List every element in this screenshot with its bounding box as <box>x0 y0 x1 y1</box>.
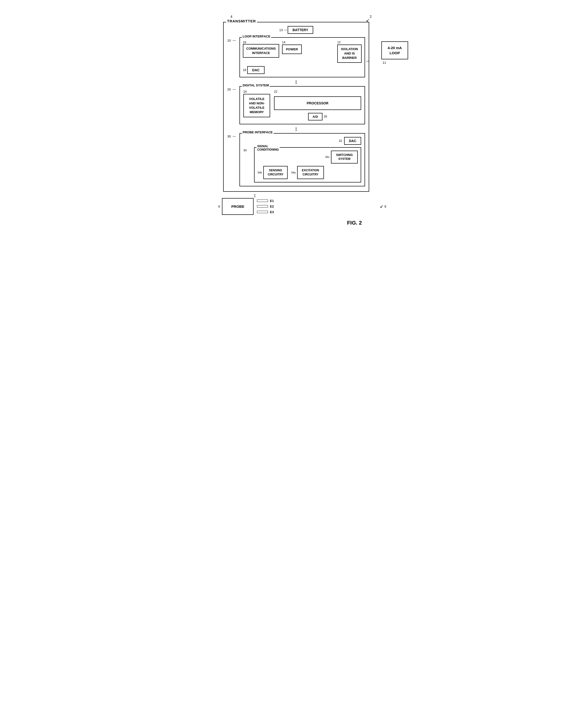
excitation-col: 34a EXCITATIONCIRCUITRY <box>291 166 324 179</box>
dac-box-probe: DAC <box>344 137 361 145</box>
arrow-10: — <box>233 38 236 42</box>
digital-inner: 24 VOLATILEAND NON-VOLATILEMEMORY 22 PRO… <box>243 90 361 120</box>
battery-row: 13 — BATTERY <box>227 26 365 34</box>
loop-4-20-container: 4-20 mALOOP 11 <box>381 41 408 64</box>
electrodes: E1 E2 E3 <box>257 199 274 214</box>
ref-14: 14 <box>282 41 285 44</box>
loop-interface-section: LOOP INTERFACE 16 COMMUNICATIONSINTERFAC… <box>239 37 365 77</box>
transmitter-box: TRANSMITTER 13 — BATTERY 10 — LOOP INTER… <box>223 22 369 192</box>
horiz-arrow-connector: ↔ <box>366 59 370 63</box>
digital-system-section: DIGITAL SYSTEM 24 VOLATILEAND NON-VOLATI… <box>239 86 365 124</box>
battery-box: BATTERY <box>288 26 313 34</box>
down-arrow-to-probe: ↕ <box>238 193 272 198</box>
memory-box: VOLATILEAND NON-VOLATILEMEMORY <box>243 94 270 118</box>
ref-20: 20 <box>227 88 231 91</box>
ref-13: 13 <box>279 28 283 32</box>
electrode-e1: E1 <box>257 199 274 203</box>
electrode-e2: E2 <box>257 205 274 208</box>
electrode-line-e2 <box>257 205 268 208</box>
communications-interface-box: COMMUNICATIONSINTERFACE <box>243 44 279 58</box>
e1-label: E1 <box>270 199 274 203</box>
ref-22: 22 <box>274 90 277 93</box>
ref-34a: 34a <box>291 171 295 174</box>
ref-4: 4 <box>230 15 232 18</box>
probe-box: PROBE <box>222 198 254 215</box>
arrow-8: ↙ <box>380 204 384 209</box>
dac-box-loop: DAC <box>247 66 264 74</box>
probe-interface-label: PROBE INTERFACE <box>242 130 274 134</box>
ref-18: 18 <box>243 68 246 72</box>
arrow-horiz-bidir: ↔ <box>366 59 370 63</box>
ad-box: A/D <box>308 113 322 120</box>
ref-8-container: ↙ 8 <box>380 204 386 209</box>
excitation-circuitry-box: EXCITATIONCIRCUITRY <box>297 166 324 179</box>
sensing-circuitry-box: SENSINGCIRCUITRY <box>263 166 288 179</box>
signal-inner-top: 34c SWITCHINGSYSTEM <box>257 151 358 164</box>
electrode-line-e1 <box>257 200 268 202</box>
ref-12: 12 <box>337 41 340 44</box>
digital-system-label: DIGITAL SYSTEM <box>242 83 270 87</box>
processor-col: 22 PROCESSOR A/D 26 <box>274 90 361 120</box>
isolation-barrier-box: ISOLATIONAND ISBARRIER <box>337 45 362 63</box>
e3-label: E3 <box>270 210 274 214</box>
dac-row: 18 DAC <box>243 66 362 74</box>
sensing-col: 34b SENSINGCIRCUITRY <box>257 166 288 179</box>
arrow-30: — <box>233 134 236 138</box>
ref-6: 6 <box>218 205 220 208</box>
ref-16: 16 <box>243 41 278 44</box>
signal-inner-bottom: 34b SENSINGCIRCUITRY 34a EXCITATIONCIRCU… <box>257 166 358 179</box>
arrow-20: — <box>233 87 236 91</box>
ref-30: 30 <box>227 135 231 138</box>
e2-label: E2 <box>270 205 274 208</box>
electrode-line-e3 <box>257 211 268 213</box>
loop-inner-row: 16 COMMUNICATIONSINTERFACE 14 POWER 12 I… <box>243 41 362 64</box>
ref-34: 34 <box>243 149 247 152</box>
ref-32: 32 <box>339 139 342 143</box>
loop-4-20-box: 4-20 mALOOP <box>381 41 408 59</box>
ref-34b: 34b <box>257 171 262 174</box>
page: 4 ↙ 2 ↙ TRANSMITTER 13 — BATTERY 10 — LO… <box>189 5 379 236</box>
ref-34c: 34c <box>325 155 330 158</box>
ref-2: 2 <box>370 15 372 18</box>
electrode-e3: E3 <box>257 210 274 214</box>
ref-10: 10 <box>227 39 231 42</box>
loop-interface-label: LOOP INTERFACE <box>242 35 271 38</box>
switching-system-box: SWITCHINGSYSTEM <box>331 151 358 164</box>
ref-24: 24 <box>243 90 270 93</box>
probe-interface-section: PROBE INTERFACE 32 DAC 34 SIGNALCONDITIO… <box>239 133 365 186</box>
signal-conditioning-section: SIGNALCONDITIONING 34c SWITCHINGSYSTEM <box>254 147 361 182</box>
fig-label: FIG. 2 <box>199 220 362 226</box>
probe-section: 6 PROBE E1 E2 E3 ↙ 8 <box>218 198 369 215</box>
ad-row: A/D 26 <box>308 113 327 120</box>
processor-box: PROCESSOR <box>274 96 361 110</box>
transmitter-label: TRANSMITTER <box>226 19 257 23</box>
signal-conditioning-label: SIGNALCONDITIONING <box>257 145 280 151</box>
ref-8: 8 <box>385 205 386 208</box>
ref-26: 26 <box>324 115 327 118</box>
ref-11: 11 <box>383 61 386 64</box>
power-box: POWER <box>282 45 302 54</box>
probe-top-row: 32 DAC <box>243 137 361 145</box>
